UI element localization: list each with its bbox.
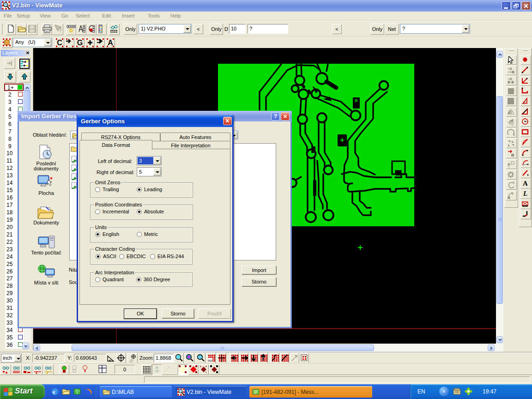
- svg-text:oo: oo: [208, 358, 212, 363]
- svg-text:e: e: [53, 388, 55, 395]
- svg-text:?: ?: [58, 27, 62, 34]
